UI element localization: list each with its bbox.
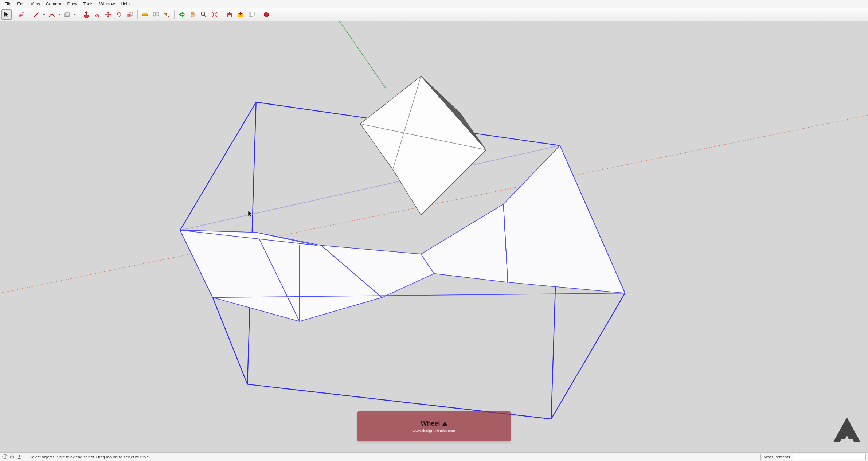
menu-tools[interactable]: Tools xyxy=(81,1,97,7)
scale-tool[interactable] xyxy=(125,9,135,20)
toolbar-separator xyxy=(79,10,79,19)
svg-marker-31 xyxy=(421,204,508,282)
offset-tool[interactable] xyxy=(92,9,102,20)
arc-tool-dropdown[interactable] xyxy=(58,14,61,15)
rotate-tool[interactable] xyxy=(114,9,124,20)
toolbar-separator xyxy=(137,10,138,19)
line-tool-dropdown[interactable] xyxy=(42,14,46,15)
menu-window[interactable]: Window xyxy=(97,1,118,7)
svg-point-48 xyxy=(12,456,13,457)
menu-file[interactable]: File xyxy=(1,1,14,7)
status-bar: ? Select objects. Shift to extend select… xyxy=(0,452,868,461)
svg-text:A1: A1 xyxy=(155,13,158,15)
watermark-logo xyxy=(831,415,863,448)
scene-canvas xyxy=(0,21,868,452)
svg-marker-32 xyxy=(504,145,625,293)
toolbar-separator xyxy=(222,10,222,19)
measurements-label: Measurements xyxy=(763,455,790,459)
svg-point-9 xyxy=(168,16,169,17)
toolbar-separator xyxy=(14,10,14,19)
svg-point-12 xyxy=(201,12,205,16)
eraser-tool[interactable] xyxy=(16,9,27,20)
status-divider xyxy=(760,454,761,460)
octahedron xyxy=(360,76,486,215)
ruby-tool[interactable] xyxy=(261,9,271,20)
svg-point-13 xyxy=(213,13,216,16)
up-arrow-icon xyxy=(442,422,447,426)
line-tool[interactable] xyxy=(31,9,42,20)
select-tool[interactable] xyxy=(1,9,12,20)
toolbar-separator xyxy=(174,10,175,19)
zoom-extents-tool[interactable] xyxy=(210,9,220,20)
zoom-tool[interactable] xyxy=(199,9,209,20)
menu-view[interactable]: View xyxy=(28,1,43,7)
tape-tool[interactable] xyxy=(140,9,150,20)
text-tool[interactable]: A1 xyxy=(151,9,161,20)
svg-point-10 xyxy=(179,13,184,16)
warehouse-tool[interactable] xyxy=(224,9,235,20)
measurements-input[interactable] xyxy=(793,454,866,460)
svg-line-27 xyxy=(213,297,247,384)
share-tool[interactable] xyxy=(235,9,246,20)
toolbar: A1 xyxy=(0,8,868,21)
paint-tool[interactable] xyxy=(162,9,172,20)
svg-text:?: ? xyxy=(4,455,6,458)
toolbar-separator xyxy=(259,10,259,19)
profile-icon[interactable] xyxy=(17,454,22,460)
viewport[interactable]: Wheel www.designerhacks.com xyxy=(0,21,868,452)
move-tool[interactable] xyxy=(103,9,113,20)
extensions-tool[interactable] xyxy=(246,9,257,20)
arc-tool[interactable] xyxy=(47,9,57,20)
svg-line-25 xyxy=(551,293,625,419)
shortcut-hint-overlay: Wheel www.designerhacks.com xyxy=(357,411,511,441)
overlay-title: Wheel xyxy=(421,420,440,427)
menu-help[interactable]: Help xyxy=(118,1,133,7)
svg-rect-16 xyxy=(250,12,254,16)
orbit-tool[interactable] xyxy=(177,9,187,20)
svg-rect-3 xyxy=(66,12,69,15)
svg-rect-1 xyxy=(21,12,24,15)
status-divider xyxy=(26,454,26,460)
pan-tool[interactable] xyxy=(188,9,198,20)
geolocate-icon[interactable] xyxy=(9,454,15,460)
overlay-subtitle: www.designerhacks.com xyxy=(413,429,455,433)
menu-camera[interactable]: Camera xyxy=(43,1,64,7)
menu-draw[interactable]: Draw xyxy=(64,1,81,7)
menu-edit[interactable]: Edit xyxy=(14,1,28,7)
toolbar-separator xyxy=(29,10,29,19)
pushpull-tool[interactable] xyxy=(81,9,91,20)
menu-bar: File Edit View Camera Draw Tools Window … xyxy=(0,0,868,8)
svg-point-11 xyxy=(181,12,183,17)
svg-line-21 xyxy=(180,102,256,230)
status-hint: Select objects. Shift to extend select. … xyxy=(30,455,150,459)
shape-tool-dropdown[interactable] xyxy=(73,14,77,15)
svg-point-49 xyxy=(19,455,20,456)
help-icon[interactable]: ? xyxy=(2,454,7,460)
axis-green xyxy=(339,21,386,89)
svg-marker-40 xyxy=(360,76,486,215)
shape-tool[interactable] xyxy=(62,9,72,20)
svg-rect-14 xyxy=(228,15,231,17)
